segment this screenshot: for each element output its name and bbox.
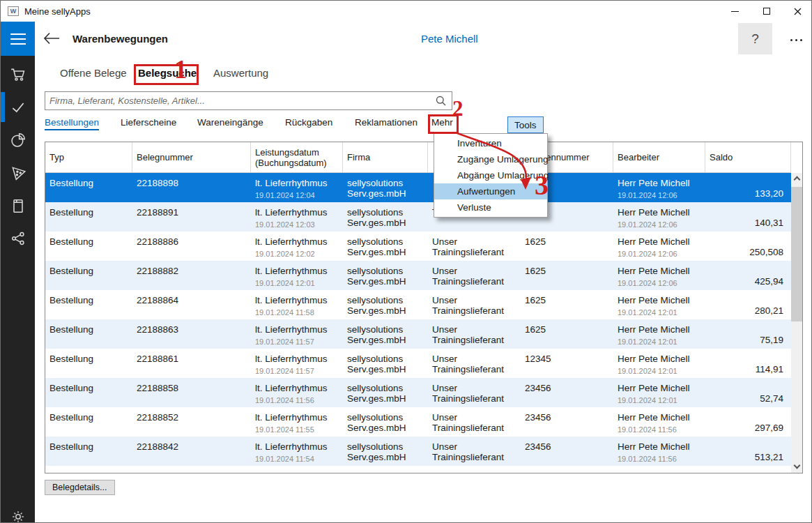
column-header-bearbeiter[interactable]: Bearbeiter — [613, 142, 705, 172]
cell-buchungsdatum: 19.01.2024 12:04 — [255, 191, 340, 199]
table-cell: UnserTrainingslieferant — [428, 319, 521, 349]
vertical-scrollbar[interactable] — [791, 173, 802, 473]
cell-leistungsdatum: lt. Lieferrhythmus — [255, 178, 340, 188]
table-cell: Herr Pete Michell19.01.2024 12:06 — [613, 261, 705, 290]
table-row[interactable]: Bestellung22188838lt. Lieferrhythmussell… — [45, 466, 791, 473]
table-row[interactable]: Bestellung22188863lt. Lieferrhythmus19.0… — [45, 319, 791, 349]
table-row[interactable]: Bestellung22188858lt. Lieferrhythmus19.0… — [45, 378, 791, 407]
sidebar-item-settings[interactable] — [1, 500, 35, 523]
more-options-button[interactable] — [784, 36, 808, 44]
filter-reklamationen[interactable]: Reklamationen — [355, 117, 418, 128]
table-row[interactable]: Bestellung22188864lt. Lieferrhythmus19.0… — [45, 290, 791, 319]
cell-firma-line1: sellysolutions — [347, 412, 425, 423]
table-row[interactable]: Bestellung22188852lt. Lieferrhythmus19.0… — [45, 407, 791, 437]
menu-item-inventuren[interactable]: Inventuren — [434, 135, 547, 151]
table-cell: Herr Pete Michell19.01.2024 11:56 — [613, 407, 705, 437]
tab-auswertung[interactable]: Auswertung — [213, 67, 268, 79]
sidebar-item-catalog[interactable] — [1, 189, 35, 222]
filter-rückgaben[interactable]: Rückgaben — [285, 117, 332, 128]
cell-lieferant-line2: Trainingslieferant — [432, 364, 518, 374]
tab-offene-belege[interactable]: Offene Belege — [60, 67, 127, 79]
table-row[interactable]: Bestellung22188882lt. Lieferrhythmus19.0… — [45, 261, 791, 290]
window-title: Meine sellyApps — [24, 6, 91, 17]
cell-typ: Bestellung — [49, 324, 130, 335]
close-button[interactable] — [783, 1, 812, 22]
column-header-leistungsdatum[interactable]: Leistungsdatum (Buchungsdatum) — [251, 142, 343, 172]
table-cell: sellysolutions — [343, 466, 428, 473]
share-network-icon — [10, 230, 26, 247]
scroll-up-arrow-icon[interactable] — [791, 173, 802, 184]
filter-bestellungen[interactable]: Bestellungen — [45, 117, 99, 130]
table-cell: Bestellung — [45, 232, 132, 261]
tools-button-label: Tools — [514, 120, 537, 130]
app-window: W Meine sellyApps — [0, 0, 812, 523]
cell-saldo: 114,91 — [710, 364, 788, 374]
cell-firma-line2: Serv.ges.mbH — [347, 276, 425, 287]
menu-item-zugänge-umlagerung[interactable]: Zugänge Umlagerung — [434, 151, 547, 167]
minimize-button[interactable] — [719, 1, 751, 22]
table-cell: Herr Pete Michell19.01.2024 12:01 — [613, 290, 705, 319]
cell-kundennummer: 23456 — [525, 383, 611, 393]
table-row[interactable]: Bestellung22188898lt. Lieferrhythmus19.0… — [45, 173, 791, 202]
arrow-left-icon — [43, 31, 61, 46]
table-cell: 140,31 — [705, 202, 791, 232]
cell-firma-line2: Serv.ges.mbH — [347, 393, 425, 404]
search-icon[interactable] — [436, 96, 446, 106]
search-input[interactable] — [45, 93, 436, 109]
shopping-cart-icon — [10, 66, 26, 83]
cell-firma-line1: sellysolutions — [347, 383, 425, 393]
menu-item-aufwertungen[interactable]: Aufwertungen — [434, 183, 547, 199]
table-row[interactable]: Bestellung22188861lt. Lieferrhythmus19.0… — [45, 349, 791, 378]
column-header-belegnummer[interactable]: Belegnummer — [132, 142, 251, 172]
table-row[interactable]: Bestellung22188842lt. Lieferrhythmus19.0… — [45, 437, 791, 466]
belegdetails-button[interactable]: Belegdetails... — [45, 480, 115, 495]
table-cell: 22188864 — [132, 290, 251, 319]
cell-firma-line2: Serv.ges.mbH — [347, 305, 425, 316]
tools-button[interactable]: Tools — [507, 116, 544, 133]
maximize-button[interactable] — [751, 1, 783, 22]
back-button[interactable] — [43, 31, 62, 47]
table-row[interactable]: Bestellung22188886lt. Lieferrhythmus19.0… — [45, 232, 791, 261]
table-header-row: TypBelegnummerLeistungsdatum (Buchungsda… — [45, 142, 791, 173]
help-button[interactable]: ? — [738, 23, 772, 54]
table-cell: Bestellung — [45, 290, 132, 319]
column-header-saldo[interactable]: Saldo — [705, 142, 791, 172]
hamburger-icon — [10, 33, 26, 35]
table-cell: 22188858 — [132, 378, 251, 407]
menu-item-abgänge-umlagerung[interactable]: Abgänge Umlagerung — [434, 167, 547, 183]
column-header-firma[interactable]: Firma — [343, 142, 428, 172]
table-cell: Herr Pete Michell — [613, 466, 705, 473]
cell-firma-line2: Serv.ges.mbH — [347, 423, 425, 433]
cell-firma-line2: Serv.ges.mbH — [347, 247, 425, 257]
sidebar-item-food[interactable] — [1, 156, 35, 189]
cell-firma-line2: Serv.ges.mbH — [347, 364, 425, 374]
cell-leistungsdatum: lt. Lieferrhythmus — [255, 441, 340, 452]
table-cell: 1625 — [521, 319, 613, 349]
scroll-down-arrow-icon[interactable] — [791, 462, 802, 473]
scrollbar-thumb[interactable] — [791, 187, 802, 321]
cell-bearbeiter-datum: 19.01.2024 12:06 — [618, 220, 703, 229]
table-cell: lt. Lieferrhythmus19.01.2024 11:55 — [251, 407, 343, 437]
cell-bearbeiter-datum: 19.01.2024 12:01 — [618, 367, 703, 375]
cell-kundennummer: 23456 — [525, 441, 611, 452]
cell-lieferant-line1: Unser — [432, 266, 518, 276]
table-cell: Herr Pete Michell19.01.2024 12:01 — [613, 319, 705, 349]
cell-firma-line1: sellysolutions — [347, 354, 425, 364]
cell-belegnummer: 22188882 — [137, 266, 248, 276]
filter-wareneingänge[interactable]: Wareneingänge — [197, 117, 263, 128]
table-cell: Herr Pete Michell19.01.2024 12:06 — [613, 173, 705, 202]
table-cell: lt. Lieferrhythmus19.01.2024 11:54 — [251, 437, 343, 466]
sidebar-item-purchasing[interactable] — [1, 58, 35, 91]
hamburger-menu-button[interactable] — [1, 22, 35, 56]
sidebar-item-network[interactable] — [1, 222, 35, 255]
cell-buchungsdatum: 19.01.2024 12:02 — [255, 250, 340, 258]
column-header-typ[interactable]: Typ — [45, 142, 132, 172]
cell-lieferant-line1: Unser — [432, 412, 518, 423]
table-row[interactable]: Bestellung22188891lt. Lieferrhythmus19.0… — [45, 202, 791, 232]
menu-item-verluste[interactable]: Verluste — [434, 199, 547, 215]
user-name[interactable]: Pete Michell — [421, 33, 478, 45]
cell-saldo: 140,31 — [710, 218, 788, 228]
table-cell: lt. Lieferrhythmus19.01.2024 12:03 — [251, 202, 343, 232]
filter-lieferscheine[interactable]: Lieferscheine — [121, 117, 176, 128]
cell-lieferant-line2: Trainingslieferant — [432, 423, 518, 433]
